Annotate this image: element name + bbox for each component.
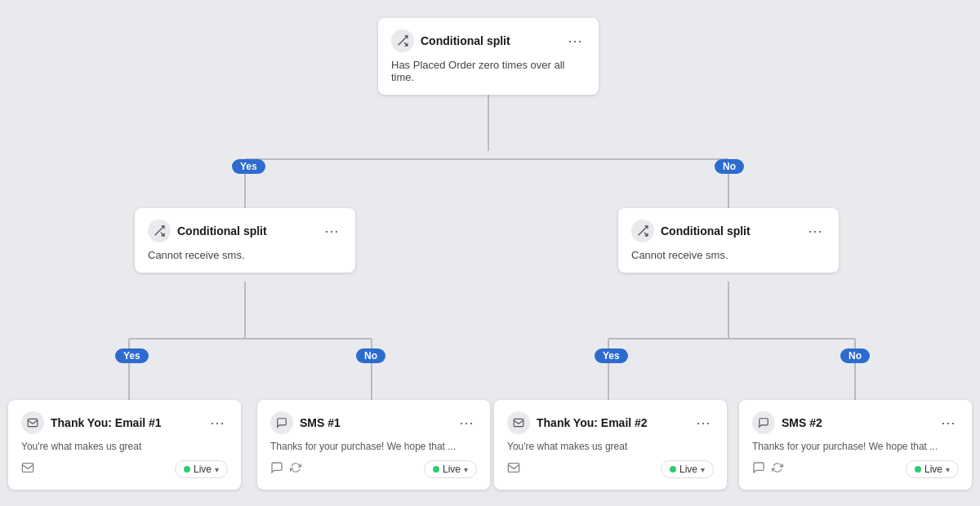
top-card-description: Has Placed Order zero times over all tim… [391, 59, 586, 83]
bottom-card-email-2: Thank You: Email #2 ⋯ You're what makes … [494, 400, 727, 490]
bot-card-1-more-button[interactable]: ⋯ [207, 414, 228, 432]
bot-card-3-footer-icons [507, 461, 520, 477]
live-dot-3 [670, 466, 676, 473]
bot-card-1-footer: Live ▾ [21, 460, 228, 478]
bot-card-4-live-button[interactable]: Live ▾ [906, 460, 959, 478]
bot-card-4-header: SMS #2 ⋯ [752, 411, 959, 434]
refresh-icon-2 [772, 462, 783, 477]
top-conditional-split-card: Conditional split ⋯ Has Placed Order zer… [378, 18, 599, 95]
svg-rect-16 [22, 464, 33, 473]
svg-rect-15 [28, 419, 38, 426]
flow-canvas: Conditional split ⋯ Has Placed Order zer… [0, 0, 980, 506]
top-card-more-button[interactable]: ⋯ [564, 32, 586, 50]
bot-card-3-title: Thank You: Email #2 [537, 416, 648, 429]
mid-left-card-description: Cannot receive sms. [148, 249, 342, 261]
no-badge-3: No [840, 348, 870, 363]
bot-card-4-more-button[interactable]: ⋯ [938, 414, 959, 432]
bot-card-4-footer: Live ▾ [752, 460, 959, 478]
live-dot-2 [433, 466, 439, 473]
email-icon-2 [507, 411, 530, 434]
bot-card-1-title: Thank You: Email #1 [51, 416, 162, 429]
bot-card-3-more-button[interactable]: ⋯ [693, 414, 714, 432]
mid-left-card-header-left: Conditional split [148, 220, 267, 242]
mid-left-card-more-button[interactable]: ⋯ [321, 222, 342, 240]
mid-right-card-more-button[interactable]: ⋯ [804, 222, 826, 240]
bot-card-2-title: SMS #1 [300, 416, 341, 429]
bot-card-3-status: Live [679, 464, 697, 475]
email-footer-icon-2 [507, 461, 520, 477]
split-icon-top [391, 29, 414, 52]
bottom-card-sms-1: SMS #1 ⋯ Thanks for your purchase! We ho… [257, 400, 490, 490]
mid-right-card-description: Cannot receive sms. [631, 249, 826, 261]
sms-icon-1 [270, 411, 293, 434]
sms-footer-icon-1 [270, 461, 283, 477]
bot-card-2-footer-icons [270, 461, 301, 477]
bottom-card-email-1: Thank You: Email #1 ⋯ You're what makes … [8, 400, 241, 490]
email-footer-icon-1 [21, 461, 34, 477]
no-badge-2: No [356, 348, 385, 363]
bot-card-4-header-left: SMS #2 [752, 411, 822, 434]
sms-footer-icon-2 [752, 461, 765, 477]
no-badge-1: No [715, 159, 744, 174]
sms-icon-2 [752, 411, 775, 434]
yes-badge-3: Yes [595, 348, 628, 363]
chevron-down-icon-2: ▾ [464, 465, 468, 474]
bot-card-1-footer-icons [21, 461, 34, 477]
bot-card-4-subtitle: Thanks for your purchase! We hope that .… [752, 441, 959, 452]
mid-left-conditional-split-card: Conditional split ⋯ Cannot receive sms. [135, 208, 355, 273]
refresh-icon-1 [290, 462, 301, 477]
chevron-down-icon-3: ▾ [701, 465, 705, 474]
bot-card-4-title: SMS #2 [782, 416, 822, 429]
yes-badge-2: Yes [115, 348, 149, 363]
bot-card-1-status: Live [194, 464, 212, 475]
bot-card-2-header: SMS #1 ⋯ [270, 411, 477, 434]
email-icon-1 [21, 411, 44, 434]
top-card-header: Conditional split ⋯ [391, 29, 586, 52]
bot-card-1-header-left: Thank You: Email #1 [21, 411, 162, 434]
top-card-header-left: Conditional split [391, 29, 510, 52]
bottom-card-sms-2: SMS #2 ⋯ Thanks for your purchase! We ho… [739, 400, 972, 490]
mid-left-card-title: Conditional split [177, 224, 267, 237]
bot-card-3-subtitle: You're what makes us great [507, 441, 714, 452]
bot-card-2-status: Live [443, 464, 461, 475]
top-card-title: Conditional split [421, 34, 510, 47]
bot-card-2-live-button[interactable]: Live ▾ [424, 460, 477, 478]
mid-right-card-title: Conditional split [661, 224, 751, 237]
bot-card-2-header-left: SMS #1 [270, 411, 341, 434]
mid-right-card-header: Conditional split ⋯ [631, 220, 826, 242]
mid-right-conditional-split-card: Conditional split ⋯ Cannot receive sms. [618, 208, 839, 273]
bot-card-1-header: Thank You: Email #1 ⋯ [21, 411, 228, 434]
mid-left-card-header: Conditional split ⋯ [148, 220, 342, 242]
split-icon-mid-right [631, 220, 654, 242]
bot-card-1-live-button[interactable]: Live ▾ [175, 460, 228, 478]
bot-card-2-subtitle: Thanks for your purchase! We hope that .… [270, 441, 477, 452]
bot-card-4-footer-icons [752, 461, 783, 477]
svg-rect-17 [514, 419, 523, 426]
yes-badge-1: Yes [232, 159, 265, 174]
svg-rect-18 [508, 464, 519, 473]
live-dot-1 [184, 466, 190, 473]
chevron-down-icon-1: ▾ [215, 465, 219, 474]
bot-card-2-footer: Live ▾ [270, 460, 477, 478]
live-dot-4 [915, 466, 921, 473]
bot-card-3-live-button[interactable]: Live ▾ [661, 460, 714, 478]
mid-right-card-header-left: Conditional split [631, 220, 751, 242]
bot-card-3-header: Thank You: Email #2 ⋯ [507, 411, 714, 434]
bot-card-3-header-left: Thank You: Email #2 [507, 411, 648, 434]
chevron-down-icon-4: ▾ [946, 465, 950, 474]
bot-card-1-subtitle: You're what makes us great [21, 441, 228, 452]
bot-card-4-status: Live [924, 464, 942, 475]
split-icon-mid-left [148, 220, 171, 242]
bot-card-3-footer: Live ▾ [507, 460, 714, 478]
bot-card-2-more-button[interactable]: ⋯ [456, 414, 477, 432]
